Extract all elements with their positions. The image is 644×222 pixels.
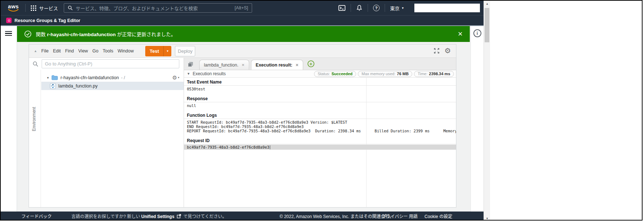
file-name: lambda_function.py (58, 84, 97, 89)
tree-settings-button[interactable]: ⚙ ▾ (172, 74, 179, 81)
global-search-input[interactable]: サービス、特徴、ブログ、およびドキュメントなどを検索 [Alt+S] (64, 3, 252, 13)
region-selector[interactable]: 東京 ▼ (390, 5, 404, 12)
goto-anything-input[interactable]: Go to Anything (Ctrl-P) (42, 59, 179, 68)
new-tab-button[interactable]: + (308, 60, 314, 67)
info-icon[interactable]: i (473, 29, 481, 37)
cookie-settings-link[interactable]: Cookie の設定 (425, 212, 452, 221)
ide-window-controls: ⚙ (434, 47, 451, 54)
scrollbar-thumb[interactable] (485, 8, 489, 42)
service-title[interactable]: Resource Groups & Tag Editor (14, 18, 80, 23)
tab-label: lambda_function. (204, 63, 238, 68)
tab-execution-result[interactable]: Execution result: × (251, 60, 303, 70)
external-link-icon (177, 214, 181, 218)
menu-find[interactable]: Find (63, 48, 76, 54)
search-shortcut-hint: [Alt+S] (235, 5, 248, 10)
status-badge: Status: Succeeded (314, 71, 356, 77)
execution-results-content: Test Event Name 0530test Response null F… (184, 78, 456, 207)
aws-logo[interactable]: aws (7, 4, 20, 12)
test-dropdown-arrow[interactable]: ▼ (163, 46, 171, 56)
function-logs-section: Function Logs START RequestId: bc49af7d-… (184, 112, 456, 133)
menu-go[interactable]: Go (90, 48, 101, 54)
grid-icon (31, 5, 36, 11)
collapse-results-icon[interactable]: ▼ (187, 72, 190, 76)
help-button[interactable]: ? (373, 5, 380, 11)
request-id-section: Request ID bc49af7d-7935-48a3-b8d2-ef76c… (184, 137, 456, 150)
folder-path-suffix: - / (121, 75, 125, 80)
collapse-panel-icon[interactable]: ▲ (32, 49, 39, 53)
services-label: サービス (39, 5, 58, 12)
request-id-row[interactable]: bc49af7d-7935-48a3-b8d2-ef76c8d8a9e3 (184, 145, 456, 150)
request-id-value: bc49af7d-7935-48a3-b8d2-ef76c8d8a9e3 (187, 145, 269, 149)
text-cursor (270, 145, 270, 149)
resource-groups-icon (6, 18, 12, 23)
navbar-right-controls: ? 東京 ▼ (338, 4, 484, 12)
folder-disclosure-icon[interactable]: ▾ (47, 76, 51, 80)
hamburger-menu-button[interactable] (5, 31, 12, 36)
cloudshell-terminal-icon (338, 5, 346, 11)
scrollbar-down-arrow[interactable]: ▼ (484, 215, 490, 221)
copyright-text: © 2022, Amazon Web Services, Inc. またはその関… (280, 212, 394, 221)
section-title: Test Event Name (184, 78, 456, 86)
tree-folder-row[interactable]: ▾ r-hayashi-cfn-lambdafunction - / ⚙ ▾ (41, 73, 184, 82)
menu-tools[interactable]: Tools (101, 48, 116, 54)
menu-file[interactable]: File (39, 48, 51, 54)
service-subnav: Resource Groups & Tag Editor (1, 15, 484, 26)
navbar-divider (368, 4, 368, 12)
banner-close-button[interactable]: × (458, 30, 463, 38)
search-placeholder: サービス、特徴、ブログ、およびドキュメントなどを検索 (76, 5, 232, 12)
browser-scrollbar[interactable]: ▲ ▼ (484, 1, 490, 221)
feedback-link[interactable]: フィードバック (21, 212, 52, 221)
unified-settings-link[interactable]: Unified Settings (141, 214, 174, 219)
log-line-end: END RequestId: bc49af7d-7935-48a3-b8d2-e… (187, 124, 304, 129)
ide-left-pane: Go to Anything (Ctrl-P) Environment ▾ r-… (29, 58, 184, 207)
tab-close-icon[interactable]: × (242, 62, 244, 68)
memory-badge: Max memory used: 76 MB (358, 71, 412, 77)
services-menu-button[interactable]: サービス (31, 5, 58, 12)
screenshot-frame: aws サービス サービス、特徴、ブログ、およびドキュメントなどを検索 [Alt… (0, 0, 643, 221)
ide-right-pane: lambda_function. × Execution result: × +… (184, 58, 456, 207)
memory-value: 76 MB (397, 72, 409, 76)
test-button[interactable]: Test ▼ (145, 46, 171, 56)
test-event-name-section: Test Event Name 0530test (184, 78, 456, 91)
goto-anything-row: Go to Anything (Ctrl-P) (29, 58, 184, 70)
folder-name: r-hayashi-cfn-lambdafunction (60, 75, 119, 80)
tab-list-icon[interactable] (188, 61, 193, 67)
menu-view[interactable]: View (76, 48, 90, 54)
cloud9-ide: ▲ File Edit Find View Go Tools Window Te… (29, 44, 456, 208)
status-value: Succeeded (331, 72, 352, 76)
section-title: Request ID (184, 137, 456, 144)
search-icon (68, 5, 73, 10)
menu-window[interactable]: Window (116, 48, 136, 54)
fullscreen-icon[interactable] (434, 48, 440, 54)
time-badge: Time: 2398.34 ms (414, 71, 454, 77)
execution-results-header: ▼ Execution results Status: Succeeded Ma… (184, 70, 456, 78)
help-icon: ? (373, 5, 380, 11)
goto-anything-placeholder: Go to Anything (Ctrl-P) (45, 61, 92, 67)
scrollbar-up-arrow[interactable]: ▲ (484, 1, 490, 7)
tab-label: Execution result: (256, 63, 292, 68)
editor-tabbar: lambda_function. × Execution result: × + (184, 58, 456, 70)
menu-edit[interactable]: Edit (51, 48, 63, 54)
tab-lambda-function[interactable]: lambda_function. × (199, 60, 249, 70)
aws-smile-icon (8, 9, 19, 12)
check-circle-icon (24, 30, 32, 38)
notifications-button[interactable] (356, 5, 363, 11)
result-status-pills: Status: Succeeded Max memory used: 76 MB… (314, 71, 454, 77)
success-banner: 関数 r-hayashi-cfn-lambdafunction が正常に更新され… (17, 26, 470, 42)
environment-tab[interactable]: Environment (32, 73, 37, 131)
tree-gear-icon: ⚙ (172, 74, 177, 81)
section-title: Response (184, 95, 456, 102)
tree-file-row-lambda-function[interactable]: lambda_function.py (41, 82, 184, 90)
environment-tab-strip: Environment (29, 70, 41, 207)
deploy-button[interactable]: Deploy (175, 46, 195, 56)
aws-top-navbar: aws サービス サービス、特徴、ブログ、およびドキュメントなどを検索 [Alt… (1, 1, 484, 15)
terms-link[interactable]: 用語 (409, 212, 418, 221)
tab-close-icon[interactable]: × (296, 62, 298, 68)
time-value: 2398.34 ms (429, 72, 450, 76)
privacy-link[interactable]: プライバシー (382, 212, 408, 221)
right-help-gutter: i (471, 26, 484, 212)
cloudshell-button[interactable] (338, 5, 346, 11)
python-file-icon (50, 83, 56, 89)
ide-settings-gear-icon[interactable]: ⚙ (444, 47, 451, 54)
region-label: 東京 (390, 5, 400, 12)
